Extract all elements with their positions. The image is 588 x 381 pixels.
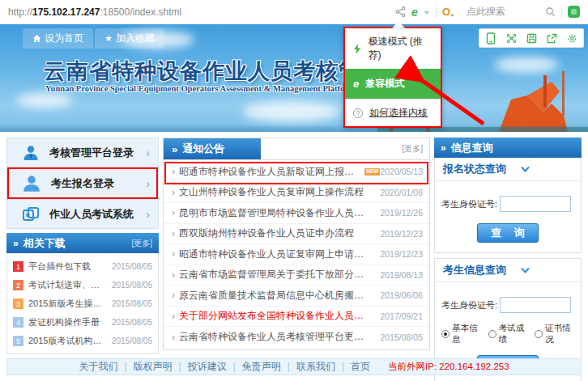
share-icon[interactable] bbox=[395, 6, 406, 17]
chevron-right-icon: › bbox=[146, 146, 150, 159]
settings-gear-icon[interactable] bbox=[564, 32, 580, 44]
footer-link[interactable]: 首页 bbox=[335, 360, 370, 374]
exam-system-icon bbox=[22, 205, 40, 223]
notice-item[interactable]: › 云南省市场监督管理局关于委托下放部分行政许可... 2019/08/13 bbox=[164, 265, 429, 286]
bullet-arrow-icon: › bbox=[172, 207, 175, 218]
notice-item[interactable]: › 西双版纳州特种设备作业人员证申办流程 2019/12/23 bbox=[164, 224, 429, 245]
notice-item[interactable]: › 关于部分网站发布全国特种设备作业人员不实信息... 2017/09/21 bbox=[164, 307, 429, 328]
notice-item[interactable]: › 昭通市特种设备作业人员新取证网上报名流程 NEW 2020/05/13 bbox=[164, 162, 429, 183]
query-header: » 信息查询 bbox=[434, 138, 582, 158]
cloud bbox=[16, 93, 73, 108]
download-item[interactable]: 3 2015新版考生操作... 2015/08/05 bbox=[7, 294, 158, 313]
notice-item[interactable]: › 云南省特种设备作业人员考核管理平台更新至20... 2015/08/05 bbox=[164, 327, 429, 348]
site-banner: 设为首页 ★ 加入收藏 云南省特种设备作业人员考核管理平台 Yunnan Pro… bbox=[0, 24, 588, 132]
footer-link[interactable]: 关于我们 bbox=[79, 360, 117, 374]
status-query-title[interactable]: 报名状态查询 bbox=[435, 158, 581, 181]
id-number-label: 考生身份证号: bbox=[441, 299, 497, 311]
bullet-arrow-icon: › bbox=[172, 166, 175, 177]
cloud bbox=[243, 101, 340, 122]
chevron-down-icon bbox=[521, 166, 530, 172]
double-arrow-icon: » bbox=[13, 238, 19, 249]
info-query-title[interactable]: 考生信息查询 bbox=[435, 259, 581, 282]
bullet-arrow-icon: › bbox=[172, 228, 175, 239]
radio-option[interactable]: 基本信息 bbox=[441, 323, 481, 345]
footer-link[interactable]: 联系我们 bbox=[281, 360, 335, 374]
footer-link[interactable]: 版权声明 bbox=[117, 360, 172, 374]
search-input[interactable]: 点此搜索 bbox=[467, 5, 539, 19]
browser-mode-menu: 极速模式 (推荐) e 兼容模式 ? 如何选择内核 bbox=[343, 27, 442, 128]
notices-header: » 通知公告 [更多] bbox=[163, 138, 430, 159]
mobile-view-icon[interactable] bbox=[483, 32, 499, 44]
star-icon: ★ bbox=[104, 33, 113, 44]
download-item[interactable]: 4 发证机构操作手册 2015/08/05 bbox=[7, 313, 158, 332]
footer-link[interactable]: 投诉建议 bbox=[173, 360, 227, 374]
notice-item[interactable]: › 文山州特种设备作业人员复审网上操作流程 2020/01/08 bbox=[164, 183, 429, 204]
bullet-arrow-icon: › bbox=[172, 311, 175, 322]
download-item[interactable]: 5 2015版考试机构操... 2015/08/05 bbox=[7, 332, 158, 350]
rank-badge: 4 bbox=[13, 317, 23, 328]
double-arrow-icon: » bbox=[441, 142, 446, 154]
footer-links: 关于我们版权声明投诉建议免责声明联系我们首页 bbox=[79, 360, 370, 374]
footer-link[interactable]: 免责声明 bbox=[227, 360, 281, 374]
export-share-icon[interactable] bbox=[543, 32, 560, 44]
url-text[interactable]: http://175.102.17.247:18500/index.shtml bbox=[8, 6, 181, 18]
add-favorite-button[interactable]: ★ 加入收藏 bbox=[95, 28, 164, 49]
bullet-arrow-icon: › bbox=[172, 290, 175, 301]
menu-item-speed-mode[interactable]: 极速模式 (推荐) bbox=[345, 28, 441, 69]
bullet-arrow-icon: › bbox=[172, 332, 175, 343]
info-id-input[interactable] bbox=[500, 297, 571, 313]
candidate-user-icon bbox=[22, 174, 41, 193]
ie-e-icon: e bbox=[353, 78, 359, 90]
radio-icon[interactable] bbox=[441, 330, 450, 338]
lightning-icon bbox=[353, 44, 362, 54]
rank-badge: 1 bbox=[13, 261, 23, 272]
query-panel: » 信息查询 报名状态查询 考生身份证号: 查 询 考生信息查询 bbox=[434, 138, 582, 381]
rank-badge: 3 bbox=[13, 298, 23, 309]
radio-option[interactable]: 考试成绩 bbox=[488, 323, 528, 345]
browser-engine-icon[interactable]: e bbox=[411, 6, 418, 19]
radio-option[interactable]: 证书情况 bbox=[535, 323, 574, 345]
downloads-more-link[interactable]: [更多] bbox=[131, 238, 152, 249]
notice-item[interactable]: › 原云南省质量技术监督局信息中心机房搬迁公告 2019/06/06 bbox=[164, 286, 429, 307]
notice-item[interactable]: › 昆明市市场监督管理局特种设备作业人员复审流程... 2019/12/26 bbox=[164, 203, 429, 224]
status-query-box: 报名状态查询 考生身份证号: 查 询 bbox=[434, 158, 582, 253]
tab-notices[interactable]: » 通知公告 bbox=[164, 138, 261, 159]
divider bbox=[436, 6, 437, 18]
download-item[interactable]: 1 平台插件包下载 2015/08/05 bbox=[7, 257, 158, 276]
bullet-arrow-icon: › bbox=[172, 248, 175, 260]
downloads-header: » 相关下载 [更多] bbox=[6, 233, 159, 253]
notices-more-link[interactable]: [更多] bbox=[402, 143, 429, 155]
banner-quicklinks: 设为首页 ★ 加入收藏 bbox=[23, 28, 164, 49]
double-arrow-icon: » bbox=[172, 143, 177, 155]
radio-icon[interactable] bbox=[488, 330, 496, 338]
page: http://175.102.17.247:18500/index.shtml … bbox=[0, 0, 588, 381]
notice-item[interactable]: › 昭通市特种设备作业人员证复审网上申请流程及相... 2019/12/23 bbox=[164, 244, 429, 265]
login-exam-system[interactable]: 作业人员考试系统 › bbox=[6, 199, 159, 229]
external-ip-text: 当前外网IP: 220.164.192.253 bbox=[388, 361, 509, 373]
search-engine-logo: O。 bbox=[442, 5, 461, 19]
menu-item-compat-mode[interactable]: e 兼容模式 bbox=[345, 69, 441, 99]
login-panel: 考核管理平台登录 › 考生报名登录 › 作业人员考试系统 › bbox=[6, 138, 159, 230]
search-icon[interactable] bbox=[545, 6, 556, 17]
fullscreen-icon[interactable] bbox=[503, 32, 519, 44]
status-query-button[interactable]: 查 询 bbox=[477, 223, 539, 243]
downloads-list: 1 平台插件包下载 2015/08/05 2 考试计划送审、审核 ... 201… bbox=[6, 253, 159, 354]
rank-badge: 5 bbox=[13, 336, 23, 346]
home-icon bbox=[32, 34, 41, 43]
chevron-down-icon[interactable] bbox=[424, 9, 430, 15]
save-icon[interactable] bbox=[523, 32, 539, 44]
login-candidate-signup[interactable]: 考生报名登录 › bbox=[6, 168, 159, 198]
status-id-input[interactable] bbox=[500, 196, 571, 212]
menu-item-kernel-help[interactable]: ? 如何选择内核 bbox=[345, 99, 441, 126]
new-badge: NEW bbox=[364, 168, 380, 176]
notices-panel: » 通知公告 [更多] › 昭通市特种设备作业人员新取证网上报名流程 NEW 2… bbox=[163, 138, 430, 350]
download-item[interactable]: 2 考试计划送审、审核 ... 2015/08/05 bbox=[7, 276, 158, 294]
chevron-right-icon: › bbox=[146, 177, 150, 190]
info-type-radios: 基本信息 考试成绩 证书情况 bbox=[441, 323, 574, 345]
browser-app-icon[interactable] bbox=[568, 6, 580, 18]
radio-icon[interactable] bbox=[535, 330, 543, 338]
site-subtitle: Yunnan Province Special Equipment Operat… bbox=[45, 84, 356, 93]
login-admin-platform[interactable]: 考核管理平台登录 › bbox=[6, 138, 159, 167]
set-home-button[interactable]: 设为首页 bbox=[23, 28, 93, 49]
notices-list: › 昭通市特种设备作业人员新取证网上报名流程 NEW 2020/05/13 › … bbox=[163, 159, 430, 350]
